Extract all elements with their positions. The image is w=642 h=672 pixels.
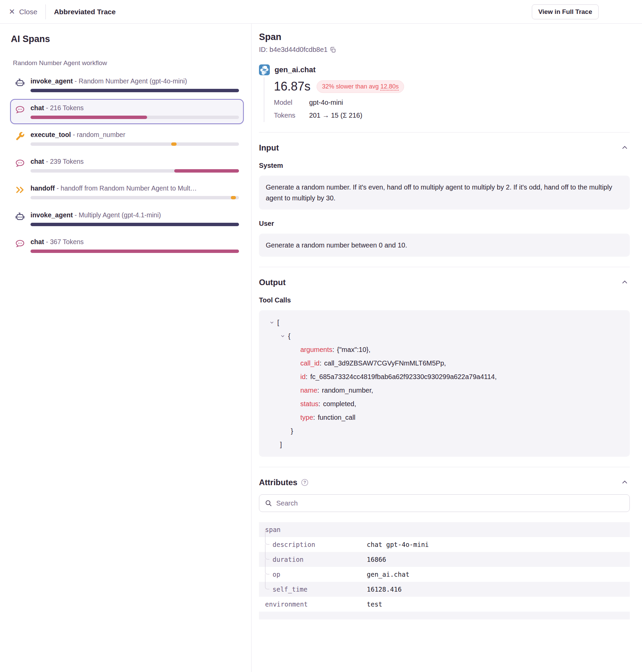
attr-row[interactable]: description chat gpt-4o-mini bbox=[259, 537, 630, 552]
chevron-up-icon bbox=[621, 144, 628, 152]
section-divider bbox=[259, 467, 630, 467]
json-entry: type:function_call bbox=[266, 410, 623, 424]
topbar-divider bbox=[46, 4, 46, 19]
span-op-title: gen_ai.chat bbox=[274, 65, 316, 74]
python-icon bbox=[259, 64, 270, 75]
span-label: chat - 367 Tokens bbox=[30, 238, 239, 246]
close-button[interactable]: ✕ Close bbox=[9, 8, 37, 16]
ai-spans-panel: AI Spans Random Number Agent workflow in… bbox=[0, 24, 252, 672]
json-entry: name:random_number, bbox=[266, 383, 623, 397]
span-row-execute-tool[interactable]: execute_tool - random_number bbox=[10, 126, 244, 151]
span-heading: Span bbox=[259, 32, 630, 42]
model-value: gpt-4o-mini bbox=[309, 99, 343, 106]
chat-bubble-icon bbox=[15, 104, 25, 115]
close-label: Close bbox=[19, 8, 37, 16]
svg-text:?: ? bbox=[304, 480, 306, 485]
close-icon: ✕ bbox=[9, 8, 15, 16]
span-row-chat[interactable]: chat - 239 Tokens bbox=[10, 153, 244, 178]
span-duration-bar bbox=[30, 196, 239, 199]
attr-row-group[interactable]: span bbox=[259, 522, 630, 537]
span-detail-panel: Span ID: b4e3d44d0fcdb8e1 gen_ai.chat bbox=[252, 24, 642, 672]
attributes-section-title: Attributes bbox=[259, 478, 297, 487]
span-duration-bar bbox=[30, 142, 239, 146]
tool-calls-label: Tool Calls bbox=[259, 296, 630, 304]
span-duration-bar bbox=[30, 89, 239, 92]
output-section-title: Output bbox=[259, 278, 286, 287]
attr-row-partial bbox=[259, 612, 630, 619]
span-label: chat - 239 Tokens bbox=[30, 158, 239, 165]
slower-than-avg-badge: 32% slower than avg 12.80s bbox=[317, 80, 404, 93]
json-entry: id:fc_685a73324cc4819fbab6a62f92330c9302… bbox=[266, 370, 623, 383]
tokens-label: Tokens bbox=[274, 112, 309, 119]
input-section-title: Input bbox=[259, 143, 279, 153]
attr-row[interactable]: environment test bbox=[259, 597, 630, 612]
span-id: ID: b4e3d44d0fcdb8e1 bbox=[259, 46, 328, 53]
collapse-input-button[interactable] bbox=[620, 143, 630, 153]
chevron-up-icon bbox=[621, 479, 628, 486]
span-row-handoff[interactable]: handoff - handoff from Random Number Age… bbox=[10, 179, 244, 204]
span-label: execute_tool - random_number bbox=[30, 131, 239, 139]
robot-icon bbox=[15, 77, 25, 88]
view-in-full-trace-button[interactable]: View in Full Trace bbox=[532, 4, 599, 19]
tree-connector bbox=[265, 582, 270, 597]
span-row-chat-selected[interactable]: chat - 216 Tokens bbox=[10, 99, 244, 124]
json-entry: status:completed, bbox=[266, 397, 623, 410]
user-label: User bbox=[259, 220, 630, 228]
section-divider bbox=[259, 132, 630, 132]
model-label: Model bbox=[274, 99, 309, 106]
span-duration-bar bbox=[30, 169, 239, 173]
json-bracket: [ bbox=[277, 316, 279, 329]
handoff-icon bbox=[15, 185, 25, 195]
user-prompt-box: Generate a random number between 0 and 1… bbox=[259, 233, 630, 257]
system-prompt-box: Generate a random number. If it's even, … bbox=[259, 176, 630, 210]
chat-bubble-icon bbox=[15, 238, 25, 249]
span-duration: 16.87s bbox=[274, 79, 310, 93]
top-bar: ✕ Close Abbreviated Trace View in Full T… bbox=[0, 0, 642, 24]
search-input[interactable] bbox=[276, 499, 624, 507]
page-title: Abbreviated Trace bbox=[54, 8, 116, 16]
help-icon[interactable]: ? bbox=[301, 478, 309, 486]
copy-icon[interactable] bbox=[330, 47, 336, 53]
span-row-invoke-agent[interactable]: invoke_agent - Random Number Agent (gpt-… bbox=[10, 72, 244, 97]
collapse-attributes-button[interactable] bbox=[620, 478, 630, 487]
attr-row[interactable]: op gen_ai.chat bbox=[259, 567, 630, 582]
span-row-chat[interactable]: chat - 367 Tokens bbox=[10, 233, 244, 258]
span-duration-bar bbox=[30, 116, 239, 119]
search-icon bbox=[265, 499, 272, 507]
attr-row[interactable]: duration 16866 bbox=[259, 552, 630, 567]
wrench-icon bbox=[15, 131, 25, 141]
span-row-invoke-agent[interactable]: invoke_agent - Multiply Agent (gpt-4.1-m… bbox=[10, 206, 244, 231]
attributes-search[interactable] bbox=[259, 494, 630, 512]
span-label: invoke_agent - Multiply Agent (gpt-4.1-m… bbox=[30, 211, 239, 219]
section-divider bbox=[259, 267, 630, 267]
attr-row[interactable]: self_time 16128.416 bbox=[259, 582, 630, 597]
json-bracket: ] bbox=[266, 438, 623, 451]
tool-calls-json-viewer: [ { arguments:{"max":10}, call_id:call_3… bbox=[259, 310, 630, 457]
system-label: System bbox=[259, 162, 630, 169]
chat-bubble-icon bbox=[15, 158, 25, 168]
ai-spans-heading: AI Spans bbox=[11, 34, 244, 45]
json-bracket: } bbox=[266, 424, 623, 438]
collapse-output-button[interactable] bbox=[620, 277, 630, 288]
span-label: invoke_agent - Random Number Agent (gpt-… bbox=[30, 77, 239, 85]
span-label: chat - 216 Tokens bbox=[30, 104, 239, 112]
span-duration-bar bbox=[30, 223, 239, 226]
chevron-up-icon bbox=[621, 279, 628, 286]
avg-duration-link[interactable]: 12.80s bbox=[380, 83, 399, 90]
chevron-down-icon[interactable] bbox=[280, 333, 285, 339]
chevron-down-icon[interactable] bbox=[269, 320, 274, 325]
workflow-label: Random Number Agent workflow bbox=[13, 59, 244, 67]
tokens-value: 201 → 15 (Σ 216) bbox=[309, 112, 362, 119]
json-entry: call_id:call_3d9ZBSAW7CGVyFNmMLT6M5Pp, bbox=[266, 356, 623, 370]
json-bracket: { bbox=[288, 329, 291, 343]
attributes-table: span description chat gpt-4o-mini durati… bbox=[259, 522, 630, 619]
json-entry: arguments:{"max":10}, bbox=[266, 343, 623, 356]
span-label: handoff - handoff from Random Number Age… bbox=[30, 185, 239, 192]
span-duration-bar bbox=[30, 250, 239, 253]
robot-icon bbox=[15, 211, 25, 222]
